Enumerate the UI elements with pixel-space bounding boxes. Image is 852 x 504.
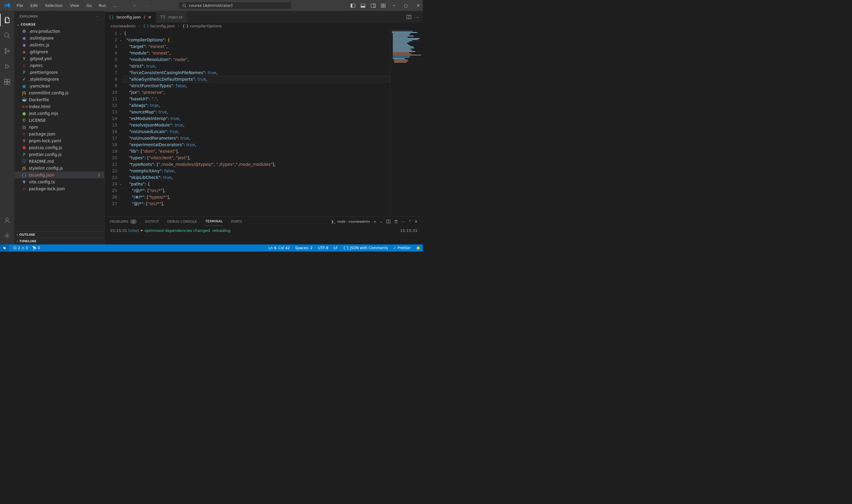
editor-tab[interactable]: TSmain.ts [156, 11, 187, 23]
breadcrumb-item[interactable]: courseadmin [110, 24, 136, 28]
line-number[interactable]: 3 [105, 43, 117, 50]
outline-section[interactable]: › OUTLINE [14, 231, 104, 238]
sidebar-more-icon[interactable]: ⋯ [95, 15, 99, 18]
file-item[interactable]: ⬢postcss.config.js [14, 144, 104, 151]
terminal-chevron-icon[interactable]: ⌄ [380, 220, 383, 223]
line-number[interactable]: 15 [105, 122, 117, 128]
line-number[interactable]: 5 [105, 56, 117, 63]
activity-explorer-icon[interactable] [0, 14, 14, 26]
line-number[interactable]: 9 [105, 83, 117, 89]
minimap[interactable] [390, 30, 423, 216]
line-number[interactable]: 24 [105, 181, 117, 187]
file-item[interactable]: ⓘREADME.md [14, 158, 104, 165]
status-language[interactable]: { } JSON with Comments [343, 246, 388, 250]
code-content[interactable]: { "compilerOptions": { "target": "esnext… [124, 30, 390, 216]
customize-layout-icon[interactable] [380, 3, 386, 8]
panel-tab-ports[interactable]: PORTS [231, 218, 242, 226]
line-number[interactable]: 13 [105, 109, 117, 115]
line-number[interactable]: 8 [105, 76, 117, 83]
file-item[interactable]: JScommitlint.config.js [14, 89, 104, 96]
line-number[interactable]: 19 [105, 148, 117, 155]
file-item[interactable]: npackage-lock.json [14, 185, 104, 192]
line-number[interactable]: 18 [105, 141, 117, 148]
close-tab-icon[interactable]: ✕ [148, 15, 152, 20]
status-eol[interactable]: LF [334, 246, 338, 250]
line-number[interactable]: 14 [105, 115, 117, 122]
file-item[interactable]: ◉.eslintrc.js [14, 41, 104, 48]
close-panel-icon[interactable]: ✕ [415, 220, 418, 223]
terminal-body[interactable]: 15:15:31 [vite] ✦ optimized dependencies… [105, 227, 423, 245]
line-number[interactable]: 17 [105, 135, 117, 141]
close-icon[interactable]: ✕ [416, 3, 421, 8]
maximize-icon[interactable]: ▢ [404, 3, 408, 8]
more-actions-icon[interactable]: ⋯ [415, 15, 419, 19]
line-number[interactable]: 2 [105, 37, 117, 43]
line-number[interactable]: 12 [105, 102, 117, 109]
line-number[interactable]: 10 [105, 89, 117, 95]
activity-scm-icon[interactable] [0, 44, 14, 57]
line-number[interactable]: 6 [105, 63, 117, 69]
timeline-section[interactable]: › TIMELINE [14, 238, 104, 245]
new-terminal-icon[interactable]: + [373, 220, 376, 223]
line-number[interactable]: 4 [105, 50, 117, 56]
activity-debug-icon[interactable] [0, 60, 14, 73]
line-number[interactable]: 22 [105, 167, 117, 174]
status-errors[interactable]: ⓧ 2 ⚠ 0 [13, 246, 28, 251]
nav-forward-icon[interactable]: → [144, 2, 149, 9]
menu-item-view[interactable]: View [67, 2, 82, 9]
line-number[interactable]: 23 [105, 174, 117, 181]
split-editor-icon[interactable] [407, 15, 411, 19]
file-item[interactable]: ◈.gitignore [14, 48, 104, 55]
status-prettier[interactable]: ✓ Prettier [393, 246, 411, 250]
toggle-sidebar-icon[interactable] [350, 3, 356, 8]
command-center[interactable]: course [Administrator] [178, 2, 291, 9]
line-number[interactable]: 27 [105, 200, 117, 207]
panel-tab-terminal[interactable]: TERMINAL [206, 218, 223, 226]
line-number[interactable]: 16 [105, 128, 117, 135]
file-item[interactable]: 🐳Dockerfile [14, 96, 104, 103]
toggle-secondary-icon[interactable] [370, 3, 376, 8]
file-item[interactable]: ▤npm [14, 124, 104, 130]
activity-account-icon[interactable] [0, 214, 14, 227]
file-item[interactable]: Y.gitpod.yml [14, 55, 104, 62]
menu-item-go[interactable]: Go [83, 2, 95, 9]
activity-settings-icon[interactable] [0, 230, 14, 242]
file-item[interactable]: <>index.html [14, 103, 104, 110]
menu-item-run[interactable]: Run [96, 2, 109, 9]
menu-item-…[interactable]: … [110, 2, 120, 9]
menu-item-edit[interactable]: Edit [28, 2, 41, 9]
activity-search-icon[interactable] [0, 29, 14, 42]
line-number[interactable]: 7 [105, 69, 117, 76]
nav-back-icon[interactable]: ← [132, 2, 138, 9]
file-item[interactable]: ▣.yarnclean [14, 83, 104, 89]
status-indent[interactable]: Spaces: 2 [295, 246, 313, 250]
menu-item-file[interactable]: File [14, 2, 26, 9]
status-cursor-pos[interactable]: Ln 8, Col 42 [269, 246, 290, 250]
project-section-header[interactable]: ⌄ COURSE [14, 21, 104, 28]
panel-tab-debug-console[interactable]: DEBUG CONSOLE [167, 218, 197, 226]
status-notifications-icon[interactable]: 🔔 [416, 246, 421, 250]
file-item[interactable]: ▼vite.config.ts [14, 178, 104, 185]
line-number[interactable]: 1 [105, 30, 117, 37]
status-port[interactable]: 📡 0 [32, 246, 40, 250]
breadcrumb-item[interactable]: { } tsconfig.json [143, 24, 175, 28]
terminal-dropdown[interactable]: ❯_ node - courseadmin [331, 220, 370, 223]
maximize-panel-icon[interactable]: ^ [409, 220, 411, 223]
editor-tab[interactable]: {}tsconfig.json2✕ [105, 11, 156, 23]
minimize-icon[interactable]: ─ [392, 3, 396, 8]
panel-more-icon[interactable]: ⋯ [402, 220, 405, 223]
status-encoding[interactable]: UTF-8 [318, 246, 328, 250]
menu-item-selection[interactable]: Selection [42, 2, 66, 9]
line-number[interactable]: 20 [105, 155, 117, 161]
file-item[interactable]: JSstylelint.config.js [14, 165, 104, 172]
remote-indicator[interactable] [0, 245, 9, 252]
line-number[interactable]: 26 [105, 194, 117, 200]
panel-tab-problems[interactable]: PROBLEMS2 [110, 218, 137, 226]
toggle-panel-icon[interactable] [360, 3, 366, 8]
file-item[interactable]: ⚙.env.production [14, 28, 104, 35]
line-number[interactable]: 25 [105, 187, 117, 194]
file-item[interactable]: Ypnpm-lock.yaml [14, 137, 104, 144]
kill-terminal-icon[interactable] [394, 219, 398, 223]
file-item[interactable]: n.npmrc [14, 62, 104, 69]
file-item[interactable]: ◉.eslintignore [14, 35, 104, 41]
